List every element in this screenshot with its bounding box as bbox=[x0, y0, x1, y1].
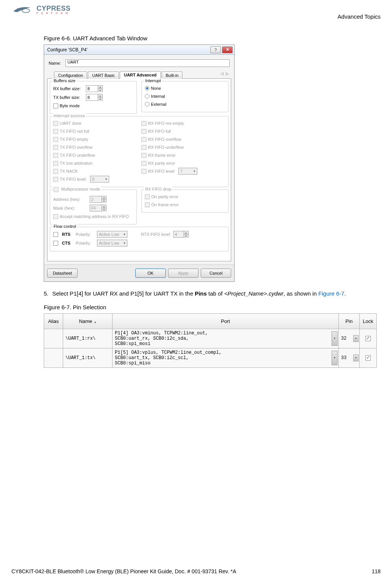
pin-selection-table: Alias Name▴ Port Pin Lock \UART_1:rx\ P1… bbox=[44, 313, 377, 368]
page-footer: CY8CKIT-042-BLE Bluetooth® Low Energy (B… bbox=[11, 568, 381, 574]
pin-dropdown-icon[interactable]: ▾ bbox=[353, 335, 359, 342]
figure-6-7-link[interactable]: Figure 6-7 bbox=[318, 290, 344, 297]
port-dropdown-icon[interactable]: ▾ bbox=[332, 351, 338, 365]
address-spinner: 2▲▼ bbox=[90, 196, 106, 203]
cancel-button[interactable]: Cancel bbox=[201, 269, 231, 278]
rts-level-spinner: 4▲▼ bbox=[173, 231, 189, 238]
apply-button[interactable]: Apply bbox=[168, 269, 198, 278]
buffers-group: Buffers size RX buffer size: 8▲▼ TX buff… bbox=[50, 81, 137, 114]
col-alias[interactable]: Alias bbox=[44, 313, 63, 329]
tx-underflow-checkbox bbox=[53, 153, 58, 158]
svg-point-0 bbox=[22, 9, 30, 13]
sources-title: Interrupt sources bbox=[52, 113, 86, 118]
logo: CYPRESS P E R F O R M bbox=[11, 4, 71, 15]
col-port[interactable]: Port bbox=[113, 313, 339, 329]
buffers-title: Buffers size bbox=[52, 78, 76, 83]
accept-addr-checkbox bbox=[53, 214, 58, 219]
rx-not-empty-checkbox bbox=[141, 121, 146, 126]
ok-button[interactable]: OK bbox=[135, 269, 166, 278]
datasheet-button[interactable]: Datasheet bbox=[47, 269, 78, 278]
interrupt-group: Interrupt None Internal External bbox=[141, 81, 229, 112]
step-5-text: 5. Select P1[4] for UART RX and P1[5] fo… bbox=[44, 289, 377, 298]
flow-control-group: Flow control RTS Polarity: Active Low RT… bbox=[50, 227, 229, 251]
pin-port-rx[interactable]: P1[4] OA3:vminus, TCPWM2:line_out, SCB0:… bbox=[113, 329, 339, 348]
rx-level-combo: 7 bbox=[178, 168, 197, 175]
rx-underflow-checkbox bbox=[141, 145, 146, 150]
pin-num-rx[interactable]: 32 ▾ bbox=[339, 329, 360, 348]
dialog-title: Configure 'SCB_P4' bbox=[47, 47, 87, 52]
figure-6-6-caption: Figure 6-6. UART Advanced Tab Window bbox=[44, 35, 377, 41]
logo-brand-text: CYPRESS bbox=[37, 5, 71, 13]
tx-nack-checkbox bbox=[53, 169, 58, 174]
drop-frame-checkbox bbox=[145, 202, 150, 207]
tab-scroll-arrows[interactable]: ◁ ▷ bbox=[221, 72, 229, 76]
tx-buffer-label: TX buffer size: bbox=[53, 95, 84, 100]
rx-frame-err-checkbox bbox=[141, 153, 146, 158]
pin-port-tx[interactable]: P1[5] OA3:vplus, TCPWM2:line_out_compl, … bbox=[113, 348, 339, 367]
multiprocessor-checkbox bbox=[54, 187, 59, 192]
byte-mode-label: Byte mode bbox=[60, 103, 80, 108]
interrupt-sources-group: Interrupt sources UART done TX FIFO not … bbox=[50, 116, 229, 187]
interrupt-title: Interrupt bbox=[144, 78, 162, 83]
tx-level-combo: 0 bbox=[90, 176, 109, 183]
tx-not-full-checkbox bbox=[53, 129, 58, 134]
mask-spinner: FF▲▼ bbox=[90, 205, 106, 211]
name-input[interactable]: UART bbox=[65, 59, 230, 67]
tx-buffer-spinner[interactable]: 8▲▼ bbox=[86, 94, 103, 101]
pin-name-rx: \UART_1:rx\ bbox=[63, 329, 113, 348]
col-name[interactable]: Name▴ bbox=[63, 313, 113, 329]
rts-polarity-combo: Active Low bbox=[97, 231, 127, 238]
interrupt-internal-radio[interactable] bbox=[145, 94, 149, 99]
name-label: Name: bbox=[49, 61, 61, 65]
uart-done-checkbox bbox=[53, 121, 58, 126]
drop-parity-checkbox bbox=[145, 194, 150, 199]
doc-id: CY8CKIT-042-BLE Bluetooth® Low Energy (B… bbox=[11, 568, 236, 574]
rts-checkbox[interactable] bbox=[53, 232, 58, 237]
cts-polarity-combo: Active Low bbox=[97, 240, 127, 246]
logo-tagline: P E R F O R M bbox=[37, 12, 71, 14]
multiprocessor-group: Multiprocessor mode Address (hex): 2▲▼ M… bbox=[50, 189, 137, 224]
help-button[interactable]: ? bbox=[210, 46, 221, 53]
tx-empty-checkbox bbox=[53, 137, 58, 142]
tab-built-in[interactable]: Built-in bbox=[162, 72, 183, 79]
close-button[interactable]: ✕ bbox=[222, 46, 233, 53]
rx-buffer-label: RX buffer size: bbox=[53, 86, 84, 91]
interrupt-external-radio[interactable] bbox=[145, 102, 149, 107]
rx-level-checkbox bbox=[141, 169, 146, 174]
lock-checkbox-tx[interactable] bbox=[365, 355, 371, 361]
lock-checkbox-rx[interactable] bbox=[365, 336, 371, 341]
rx-full-checkbox bbox=[141, 129, 146, 134]
port-dropdown-icon[interactable]: ▾ bbox=[332, 331, 338, 346]
tab-uart-advanced[interactable]: UART Advanced bbox=[120, 71, 161, 79]
titlebar[interactable]: Configure 'SCB_P4' ? ✕ bbox=[44, 45, 234, 55]
page-number: 118 bbox=[372, 568, 381, 574]
tx-overflow-checkbox bbox=[53, 145, 58, 150]
rx-overflow-checkbox bbox=[141, 137, 146, 142]
configure-dialog: Configure 'SCB_P4' ? ✕ Name: UART Config… bbox=[44, 45, 235, 282]
tabs: Configuration UART Basic UART Advanced B… bbox=[47, 71, 231, 79]
pin-name-tx: \UART_1:tx\ bbox=[63, 348, 113, 367]
rx-buffer-spinner[interactable]: 8▲▼ bbox=[86, 85, 103, 92]
cts-checkbox[interactable] bbox=[53, 241, 58, 246]
figure-6-7-caption: Figure 6-7. Pin Selection bbox=[44, 304, 377, 310]
col-lock[interactable]: Lock bbox=[360, 313, 377, 329]
byte-mode-checkbox[interactable] bbox=[53, 103, 58, 108]
col-pin[interactable]: Pin bbox=[339, 313, 360, 329]
rx-parity-err-checkbox bbox=[141, 161, 146, 166]
rx-fifo-drop-group: RX FIFO drop On parity error On frame er… bbox=[141, 189, 229, 213]
page-header: CYPRESS P E R F O R M Advanced Topics bbox=[11, 4, 381, 20]
tx-lost-arb-checkbox bbox=[53, 161, 58, 166]
pin-dropdown-icon[interactable]: ▾ bbox=[353, 355, 359, 361]
table-row[interactable]: \UART_1:tx\ P1[5] OA3:vplus, TCPWM2:line… bbox=[44, 348, 377, 367]
tab-uart-basic[interactable]: UART Basic bbox=[88, 72, 119, 79]
table-row[interactable]: \UART_1:rx\ P1[4] OA3:vminus, TCPWM2:lin… bbox=[44, 329, 377, 348]
tab-configuration[interactable]: Configuration bbox=[54, 72, 87, 79]
section-title: Advanced Topics bbox=[338, 13, 381, 20]
sort-icon[interactable]: ▴ bbox=[94, 320, 96, 324]
tx-level-checkbox bbox=[53, 177, 58, 182]
pin-num-tx[interactable]: 33 ▾ bbox=[339, 348, 360, 367]
interrupt-none-radio[interactable] bbox=[145, 86, 149, 91]
